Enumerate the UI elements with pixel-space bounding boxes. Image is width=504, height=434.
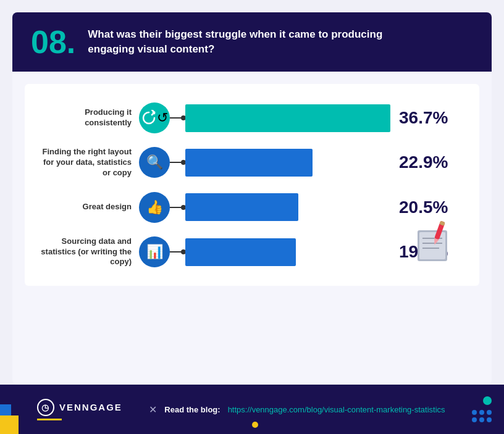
dot	[472, 417, 477, 422]
bar-percentage-1: 22.9%	[399, 152, 461, 172]
header-bar: 08. What was their biggest struggle when…	[12, 12, 492, 72]
teal-dot	[483, 396, 492, 405]
bar-fill-container-1	[185, 149, 390, 177]
bar-percentage-2: 20.5%	[399, 198, 461, 217]
bar-connector-2	[170, 207, 185, 208]
logo-name: VENNGAGE	[59, 402, 122, 412]
bar-connector-3	[170, 251, 185, 252]
footer-yellow-dot	[252, 422, 258, 428]
bar-fill-0	[185, 104, 390, 132]
bar-row: Sourcing data and statistics (or writing…	[37, 236, 461, 268]
bar-label-3: Sourcing data and statistics (or writing…	[37, 236, 139, 268]
footer-logo: ◷ VENNGAGE	[37, 399, 122, 416]
footer-logo-area: ◷ VENNGAGE	[37, 399, 122, 420]
dot	[487, 417, 492, 422]
dot	[479, 410, 484, 415]
bar-connector-0	[170, 117, 185, 119]
chart-area: Producing it consistently ↺ 36.7% Findin…	[25, 84, 479, 286]
dots-grid	[472, 410, 492, 422]
search-icon: 🔍	[139, 147, 170, 178]
x-symbol: ✕	[149, 404, 157, 415]
footer-middle: ✕ Read the blog: https://venngage.com/bl…	[122, 404, 472, 415]
refresh-icon: ↺	[139, 102, 170, 133]
question-number: 08.	[31, 26, 75, 58]
bar-connector-1	[170, 162, 185, 163]
bar-label-0: Producing it consistently	[37, 107, 139, 128]
bar-fill-1	[185, 149, 313, 177]
thumbsup-icon: 👍	[139, 192, 170, 223]
footer-yellow-block	[0, 415, 19, 434]
footer-right	[472, 396, 492, 422]
blog-label: Read the blog:	[164, 405, 220, 414]
footer-bar: ◷ VENNGAGE ✕ Read the blog: https://venn…	[0, 385, 504, 434]
logo-clock-icon: ◷	[37, 399, 54, 416]
dot	[479, 417, 484, 422]
bar-label-2: Great design	[37, 202, 139, 212]
bar-fill-3	[185, 238, 296, 266]
dot	[487, 410, 492, 415]
svg-rect-1	[419, 232, 445, 259]
bar-fill-2	[185, 193, 298, 221]
bar-row: Finding the right layout for your data, …	[37, 147, 461, 178]
dot	[472, 410, 477, 415]
question-text: What was their biggest struggle when it …	[88, 27, 384, 57]
notepad-decoration	[411, 218, 461, 267]
footer-line	[37, 419, 62, 420]
bar-row: Producing it consistently ↺ 36.7%	[37, 102, 461, 133]
footer-blue-block	[0, 404, 11, 415]
bar-row: Great design 👍 20.5%	[37, 192, 461, 223]
blog-link[interactable]: https://venngage.com/blog/visual-content…	[228, 405, 445, 414]
bar-label-1: Finding the right layout for your data, …	[37, 147, 139, 178]
bar-fill-container-3	[185, 238, 390, 266]
main-card: 08. What was their biggest struggle when…	[12, 12, 492, 385]
bar-fill-container-0	[185, 104, 390, 132]
chart-icon: 📊	[139, 236, 170, 267]
bar-fill-container-2	[185, 193, 390, 221]
bar-percentage-0: 36.7%	[399, 108, 461, 128]
